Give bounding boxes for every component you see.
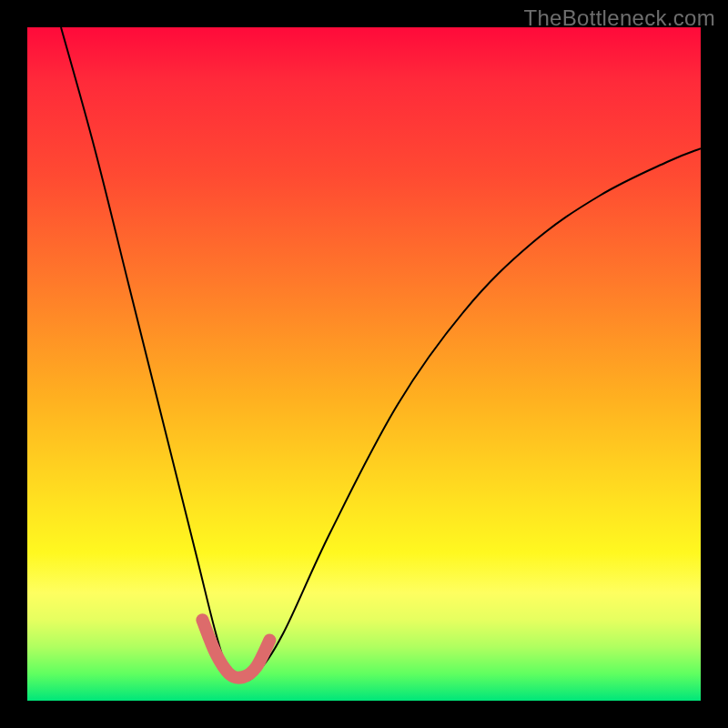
plot-area [27,27,701,701]
bottleneck-curve [61,27,701,681]
chart-frame: TheBottleneck.com [0,0,728,728]
curve-layer [27,27,701,701]
watermark-text: TheBottleneck.com [523,5,715,31]
optimal-trough-marker [202,620,269,678]
